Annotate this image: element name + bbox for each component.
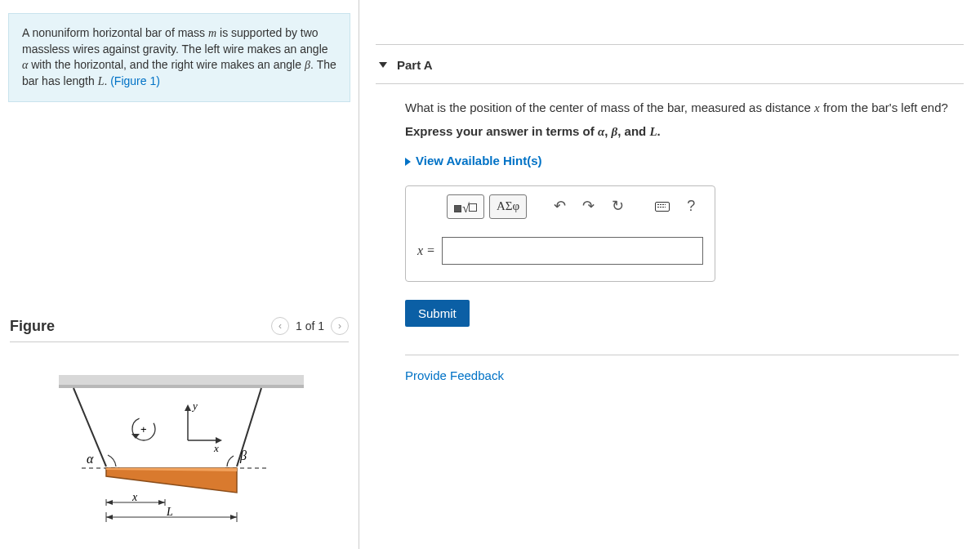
part-a-question: What is the position of the center of ma… — [405, 99, 959, 118]
submit-button[interactable]: Submit — [405, 300, 470, 327]
part-a-instruction: Express your answer in terms of α, β, an… — [405, 123, 959, 141]
undo-icon: ↶ — [554, 195, 566, 217]
reset-button[interactable]: ↻ — [605, 194, 629, 219]
figure-prev-button[interactable]: ‹ — [271, 317, 289, 335]
help-button[interactable]: ? — [679, 194, 703, 219]
problem-statement: A nonuniform horizontal bar of mass m is… — [8, 13, 350, 102]
svg-marker-18 — [158, 500, 165, 505]
label-y-axis: y — [191, 399, 198, 412]
svg-rect-0 — [59, 375, 304, 386]
templates-icon: √ — [454, 199, 477, 215]
svg-marker-17 — [106, 500, 113, 505]
label-plus: + — [140, 423, 147, 435]
problem-text: A nonuniform horizontal bar of mass — [22, 26, 208, 39]
svg-marker-22 — [106, 515, 113, 520]
svg-rect-1 — [59, 385, 304, 388]
var-m: m — [208, 27, 216, 39]
keyboard-icon — [655, 202, 670, 212]
figure-nav-label: 1 of 1 — [296, 319, 324, 333]
svg-marker-6 — [106, 468, 237, 493]
label-x-dim: x — [131, 491, 138, 503]
svg-marker-13 — [131, 434, 140, 439]
view-hints-toggle[interactable]: View Available Hint(s) — [405, 154, 542, 167]
provide-feedback-link[interactable]: Provide Feedback — [405, 368, 504, 382]
figure-link[interactable]: (Figure 1) — [110, 74, 160, 87]
figure-title: Figure — [10, 318, 55, 335]
answer-box: √ ΑΣφ ↶ ↷ ↻ — [405, 185, 715, 282]
part-a-header[interactable]: Part A — [376, 45, 964, 84]
label-alpha: α — [87, 452, 94, 466]
answer-input[interactable] — [442, 237, 703, 265]
label-x-axis: x — [213, 442, 219, 454]
caret-down-icon — [379, 62, 387, 68]
svg-marker-9 — [185, 404, 191, 411]
redo-icon: ↷ — [582, 195, 595, 217]
equation-label: x = — [417, 241, 435, 261]
undo-button[interactable]: ↶ — [548, 194, 572, 219]
greek-symbols-button[interactable]: ΑΣφ — [489, 194, 527, 219]
label-L-dim: L — [166, 506, 173, 518]
part-a-title: Part A — [397, 58, 433, 72]
label-beta: β — [239, 449, 247, 463]
svg-marker-23 — [230, 515, 237, 520]
templates-button[interactable]: √ — [447, 194, 484, 219]
redo-button[interactable]: ↷ — [577, 194, 600, 219]
var-beta: β — [305, 59, 310, 71]
figure-next-button[interactable]: › — [331, 317, 349, 335]
keyboard-button[interactable] — [650, 194, 674, 219]
reset-icon: ↻ — [612, 195, 624, 217]
figure-diagram: α β y x + — [10, 375, 349, 533]
var-x: x — [814, 101, 820, 114]
caret-right-icon — [405, 158, 411, 166]
